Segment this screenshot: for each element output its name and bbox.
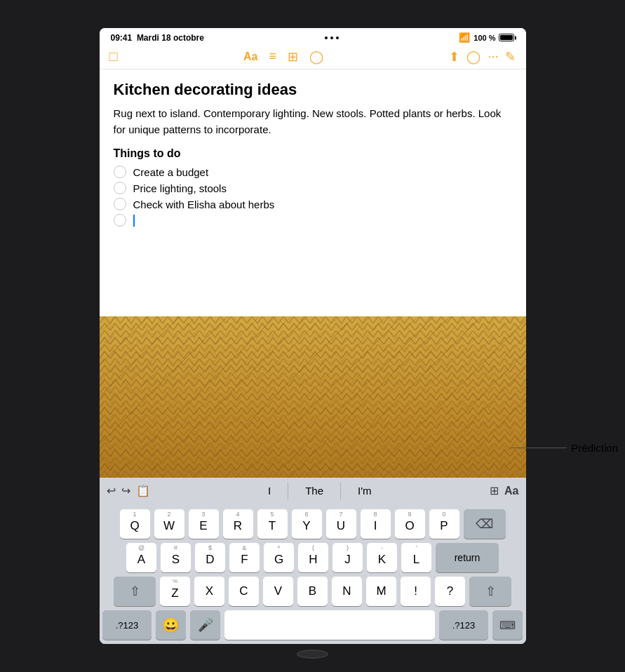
home-button[interactable] [297,650,328,659]
find-icon[interactable]: ◯ [466,49,480,65]
keyboard-row-1: 1Q 2W 3E 4R 5T 6Y 7U 8I 9O 0P ⌫ [102,509,523,539]
key-t[interactable]: 5T [257,509,288,539]
prediction-annotation: Prédiction [511,442,618,454]
key-v[interactable]: V [263,577,293,606]
undo-icon[interactable]: ↩ [107,484,116,497]
checklist-item-2[interactable]: Price lighting, stools [114,182,512,194]
pred-right-controls: ⊞ Aa [490,484,518,497]
battery-icon [499,34,514,41]
checkbox-2[interactable] [114,182,126,194]
checkbox-3[interactable] [114,198,126,210]
svg-rect-0 [100,316,526,478]
key-y[interactable]: 6Y [292,509,322,539]
pred-left-controls: ↩ ↪ 📋 [107,484,150,497]
key-w[interactable]: 2W [154,509,184,539]
more-icon[interactable]: ··· [488,49,498,64]
key-num-sym-right[interactable]: .?123 [439,610,488,640]
prediction-word-3[interactable]: I'm [341,482,389,499]
key-j[interactable]: )J [332,543,363,572]
keyboard-bottom-row: .?123 😀 🎤 .?123 ⌨ [102,610,523,640]
key-space[interactable] [224,610,435,640]
keyboard-row-3: ⇧ %Z X C V B N M ! ? ⇧ [102,577,523,606]
checklist-item-1[interactable]: Create a budget [114,166,512,178]
prediction-bar: ↩ ↪ 📋 I The I'm ⊞ Aa [100,478,526,504]
key-mic[interactable]: 🎤 [190,610,220,640]
battery-percent: 100 % [473,34,495,42]
edit-icon[interactable]: ✎ [505,49,516,65]
key-q[interactable]: 1Q [120,509,150,539]
redo-icon[interactable]: ↪ [121,484,130,497]
list-icon[interactable]: ≡ [269,49,277,64]
key-x[interactable]: X [194,577,224,606]
key-s[interactable]: #S [161,543,191,572]
status-bar: 09:41 Mardi 18 octobre 📶 100 % [100,28,526,44]
key-p[interactable]: 0P [429,509,459,539]
checkbox-4[interactable] [114,214,126,227]
key-n[interactable]: N [332,577,362,606]
key-b[interactable]: B [297,577,328,606]
key-z[interactable]: %Z [160,577,190,606]
text-cursor [133,215,135,227]
status-right: 📶 100 % [459,32,514,43]
toolbar-center: Aa ≡ ⊞ ◯ [243,49,323,65]
prediction-suggestions: I The I'm [150,482,490,499]
active-checklist-item[interactable] [114,214,512,227]
key-return[interactable]: return [436,543,499,572]
key-u[interactable]: 7U [326,509,356,539]
key-m[interactable]: M [366,577,396,606]
key-k[interactable]: -K [367,543,397,572]
pred-format-icon[interactable]: Aa [504,485,518,497]
checklist-item-3[interactable]: Check with Elisha about herbs [114,198,512,210]
toolbar: □ Aa ≡ ⊞ ◯ ⬆ ◯ ··· ✎ [100,44,526,69]
pred-table-icon[interactable]: ⊞ [490,484,499,497]
key-exclaim[interactable]: ! [401,577,431,606]
key-question[interactable]: ? [435,577,465,606]
key-r[interactable]: 4R [223,509,253,539]
key-e[interactable]: 3E [189,509,219,539]
key-f[interactable]: &F [229,543,260,572]
table-icon[interactable]: ⊞ [288,49,298,65]
keyboard[interactable]: 1Q 2W 3E 4R 5T 6Y 7U 8I 9O 0P ⌫ @A [100,504,526,644]
annotation-line [511,448,567,448]
format-text-icon[interactable]: Aa [243,51,257,63]
key-shift-left[interactable]: ⇧ [114,577,156,606]
wifi-icon: 📶 [459,32,470,43]
status-center-dots [325,36,339,39]
key-c[interactable]: C [229,577,259,606]
key-o[interactable]: 9O [395,509,425,539]
note-content: Kitchen decorating ideas Rug next to isl… [100,69,526,316]
key-g[interactable]: *G [264,543,294,572]
section-heading: Things to do [114,147,512,160]
key-a[interactable]: @A [126,543,156,572]
key-l[interactable]: 'L [401,543,431,572]
toolbar-right: ⬆ ◯ ··· ✎ [449,49,516,65]
note-title[interactable]: Kitchen decorating ideas [114,81,512,99]
key-backspace[interactable]: ⌫ [464,509,506,539]
prediction-word-2[interactable]: The [288,482,341,499]
paste-icon[interactable]: 📋 [136,484,150,497]
note-image [100,316,526,478]
keyboard-row-2: @A #S $D &F *G (H )J -K 'L return [102,543,523,572]
checkbox-1[interactable] [114,166,126,178]
key-keyboard-dismiss[interactable]: ⌨ [492,610,523,640]
status-time-date: 09:41 Mardi 18 octobre [111,33,204,43]
note-body[interactable]: Rug next to island. Contemporary lightin… [114,106,512,137]
sidebar-toggle-icon[interactable]: □ [109,48,118,65]
toolbar-left: □ [109,48,118,65]
key-shift-right[interactable]: ⇧ [469,577,511,606]
key-d[interactable]: $D [195,543,225,572]
share-icon[interactable]: ⬆ [449,49,459,65]
key-i[interactable]: 8I [361,509,391,539]
key-h[interactable]: (H [298,543,328,572]
camera-icon[interactable]: ◯ [309,49,323,65]
key-emoji[interactable]: 😀 [156,610,186,640]
prediction-annotation-label: Prédiction [571,442,618,454]
rug-pattern-overlay [100,316,526,478]
key-num-sym[interactable]: .?123 [102,610,152,640]
prediction-word-1[interactable]: I [251,482,288,499]
